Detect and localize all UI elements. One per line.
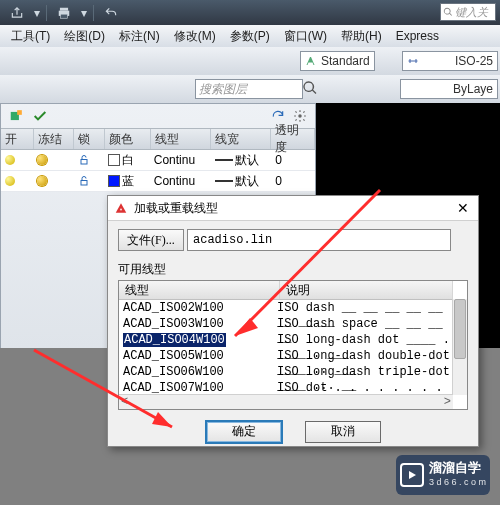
logo-text: 溜溜自学 <box>429 460 481 475</box>
menu-dim[interactable]: 标注(N) <box>112 28 167 45</box>
logo-subtext: 3 d 6 6 . c o m <box>429 475 486 489</box>
layer-lineweight[interactable]: 默认 <box>211 150 272 170</box>
ribbon-row-1: Standard ISO-25 <box>0 47 500 76</box>
col-on[interactable]: 开 <box>1 129 34 149</box>
list-col-linetype[interactable]: 线型 <box>119 281 280 299</box>
color-swatch[interactable] <box>108 154 120 166</box>
horizontal-scrollbar[interactable]: <> <box>119 394 453 409</box>
list-col-desc[interactable]: 说明 <box>280 281 453 299</box>
dialog-title: 加载或重载线型 <box>134 200 218 217</box>
search-icon[interactable] <box>300 79 320 97</box>
menu-window[interactable]: 窗口(W) <box>277 28 334 45</box>
linetype-item[interactable]: ACAD_ISO04W100ISO long-dash dot ____ . _… <box>119 333 453 349</box>
cancel-button[interactable]: 取消 <box>305 421 381 443</box>
linetype-name: ACAD_ISO05W100 <box>123 349 224 363</box>
col-lineweight[interactable]: 线宽 <box>211 129 271 149</box>
vertical-scrollbar[interactable] <box>452 299 467 395</box>
keyword-search-placeholder: 键入关 <box>455 5 488 20</box>
layer-row[interactable]: 白Continu 默认0 <box>1 150 315 171</box>
layer-search-placeholder: 搜索图层 <box>199 81 247 98</box>
linetype-name: ACAD_ISO07W100 <box>123 381 224 395</box>
layer-linetype[interactable]: Continu <box>150 150 211 170</box>
linetype-item[interactable]: ACAD_ISO06W100ISO long-dash triple-dot _… <box>119 365 453 381</box>
dialog-titlebar[interactable]: 加载或重载线型 ✕ <box>108 196 478 221</box>
linetype-desc: ISO dash __ __ __ __ __ __ __ __ <box>277 301 453 317</box>
text-style-select[interactable]: Standard <box>300 51 375 71</box>
color-name: 蓝 <box>122 173 134 190</box>
close-icon[interactable]: ✕ <box>454 199 472 217</box>
menu-modify[interactable]: 修改(M) <box>167 28 223 45</box>
menu-tools[interactable]: 工具(T) <box>4 28 57 45</box>
layer-transparency[interactable]: 0 <box>271 150 315 170</box>
layer-linetype[interactable]: Continu <box>150 171 211 191</box>
keyword-search[interactable]: 键入关 <box>440 3 496 21</box>
linetype-select[interactable]: ByLaye <box>400 79 498 99</box>
title-bar: ▾ ▾ 键入关 <box>0 0 500 25</box>
col-color[interactable]: 颜色 <box>105 129 151 149</box>
svg-rect-5 <box>81 160 87 165</box>
linetype-item[interactable]: ACAD_ISO02W100ISO dash __ __ __ __ __ __… <box>119 301 453 317</box>
linetype-item[interactable]: ACAD_ISO05W100ISO long-dash double-dot _… <box>119 349 453 365</box>
ribbon-row-2: 搜索图层 ByLaye <box>0 75 500 104</box>
file-button[interactable]: 文件(F)... <box>118 229 184 251</box>
bulb-icon[interactable] <box>5 155 15 165</box>
linetype-name: ACAD_ISO02W100 <box>123 301 224 315</box>
dimstyle-value: ISO-25 <box>455 54 493 68</box>
new-layer-icon[interactable] <box>7 107 25 125</box>
available-linetypes-label: 可用线型 <box>118 261 468 278</box>
svg-rect-6 <box>81 181 87 186</box>
layer-transparency[interactable]: 0 <box>271 171 315 191</box>
linetype-name: ACAD_ISO06W100 <box>123 365 224 379</box>
sun-icon[interactable] <box>37 176 47 186</box>
svg-rect-2 <box>61 14 68 18</box>
linetype-list: 线型 说明 ACAD_ISO02W100ISO dash __ __ __ __… <box>118 280 468 410</box>
color-swatch[interactable] <box>108 175 120 187</box>
linetype-value: ByLaye <box>453 82 493 96</box>
layer-header-row: 开 冻结 锁 颜色 线型 线宽 透明度 <box>1 128 315 150</box>
menu-bar: 工具(T) 绘图(D) 标注(N) 修改(M) 参数(P) 窗口(W) 帮助(H… <box>0 25 500 47</box>
col-linetype[interactable]: 线型 <box>151 129 211 149</box>
lock-icon[interactable] <box>78 154 90 166</box>
layer-lineweight[interactable]: 默认 <box>211 171 272 191</box>
menu-express[interactable]: Express <box>389 29 446 43</box>
svg-point-4 <box>298 114 302 118</box>
col-freeze[interactable]: 冻结 <box>34 129 74 149</box>
dimstyle-select[interactable]: ISO-25 <box>402 51 498 71</box>
sun-icon[interactable] <box>37 155 47 165</box>
linetype-item[interactable]: ACAD_ISO03W100ISO dash space __ __ __ __ <box>119 317 453 333</box>
play-icon <box>400 463 424 487</box>
menu-help[interactable]: 帮助(H) <box>334 28 389 45</box>
bulb-icon[interactable] <box>5 176 15 186</box>
load-linetype-dialog: 加载或重载线型 ✕ 文件(F)... acadiso.lin 可用线型 线型 说… <box>107 195 479 447</box>
layer-row[interactable]: 蓝Continu 默认0 <box>1 171 315 192</box>
menu-draw[interactable]: 绘图(D) <box>57 28 112 45</box>
linetype-desc: ISO dash space __ __ __ __ <box>277 317 453 333</box>
print-icon[interactable] <box>53 4 75 22</box>
text-style-value: Standard <box>321 54 370 68</box>
linetype-desc: ISO long-dash double-dot ____ .. ___ <box>277 349 453 365</box>
svg-rect-0 <box>60 7 68 10</box>
linetype-name: ACAD_ISO03W100 <box>123 317 224 331</box>
filename-field[interactable]: acadiso.lin <box>187 229 451 251</box>
linetype-desc: ISO long-dash triple-dot ____ ... __ <box>277 365 453 381</box>
layer-search-input[interactable]: 搜索图层 <box>195 79 303 99</box>
scroll-thumb[interactable] <box>454 299 466 359</box>
watermark-logo: 溜溜自学3 d 6 6 . c o m <box>396 455 490 495</box>
linetype-desc: ISO long-dash dot ____ . ____ . ___ <box>277 333 453 349</box>
svg-marker-11 <box>409 471 416 479</box>
col-lock[interactable]: 锁 <box>74 129 105 149</box>
color-name: 白 <box>122 152 134 169</box>
undo-icon[interactable] <box>100 4 122 22</box>
share-icon[interactable] <box>6 4 28 22</box>
checkmark-icon[interactable] <box>31 107 49 125</box>
ok-button[interactable]: 确定 <box>205 420 283 444</box>
col-transparency[interactable]: 透明度 <box>271 129 315 149</box>
app-icon <box>114 201 128 215</box>
menu-param[interactable]: 参数(P) <box>223 28 277 45</box>
linetype-name: ACAD_ISO04W100 <box>123 333 226 347</box>
lock-icon[interactable] <box>78 175 90 187</box>
